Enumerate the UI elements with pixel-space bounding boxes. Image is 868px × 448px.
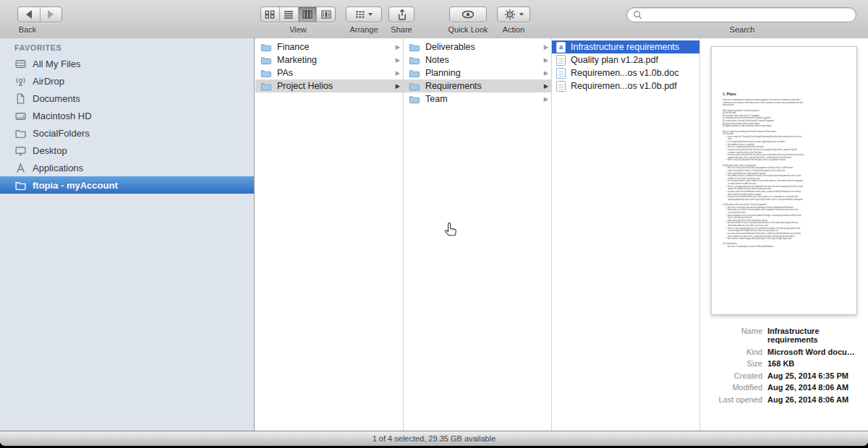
- arrange-icon: [355, 10, 365, 19]
- folder-item-planning[interactable]: Planning ▶: [404, 66, 551, 79]
- info-value: Microsoft Word docu…: [767, 348, 863, 356]
- folder-label: Notes: [425, 55, 449, 65]
- folder-item-notes[interactable]: Notes ▶: [404, 53, 551, 66]
- toolbar: Back View Arrange Share: [0, 0, 868, 39]
- chevron-right-icon: ▶: [544, 82, 548, 90]
- quick-look-button[interactable]: [449, 7, 487, 22]
- info-value: 168 KB: [767, 359, 863, 368]
- folder-icon: [260, 81, 272, 92]
- status-bar: 1 of 4 selected, 29.35 GB available: [0, 431, 868, 446]
- folder-icon: [408, 94, 420, 105]
- back-icon: [26, 10, 32, 19]
- folder-label: PAs: [277, 68, 293, 78]
- folder-item-marketing[interactable]: Marketing ▶: [255, 53, 403, 66]
- pdf-file-icon: [556, 81, 566, 92]
- documents-icon: [14, 92, 27, 105]
- doc-file-icon: [556, 68, 566, 79]
- file-item-infrastructure-requirements[interactable]: Infrastructure requirements: [552, 40, 699, 53]
- sidebar-item-label: Documents: [33, 93, 80, 104]
- info-label: Modified: [702, 383, 767, 392]
- view-list-button[interactable]: [279, 7, 298, 22]
- forward-icon: [48, 10, 54, 19]
- document-preview-thumbnail[interactable]: 1. Plans Plans are a combination of capa…: [711, 46, 857, 315]
- gear-icon: [504, 9, 516, 20]
- info-label: Created: [702, 371, 767, 380]
- sidebar-item-socialfolders[interactable]: SocialFolders: [0, 124, 254, 142]
- sidebar-item-label: Macintosh HD: [33, 111, 92, 121]
- chevron-right-icon: ▶: [544, 43, 548, 51]
- folder-label: Requirements: [425, 81, 482, 91]
- chevron-right-icon: ▶: [544, 69, 548, 77]
- chevron-right-icon: ▶: [396, 69, 400, 77]
- back-button[interactable]: [18, 7, 40, 22]
- folder-icon: [408, 81, 420, 92]
- sidebar-item-documents[interactable]: Documents: [0, 90, 254, 107]
- folder-item-requirements[interactable]: Requirements ▶: [404, 79, 551, 92]
- word-doc-icon: [556, 42, 566, 53]
- folder-icon: [260, 68, 272, 79]
- folder-item-project-helios[interactable]: Project Helios ▶: [255, 79, 403, 92]
- chevron-right-icon: ▶: [396, 43, 400, 51]
- folder-label: Project Helios: [277, 81, 333, 91]
- folder-item-pas[interactable]: PAs ▶: [255, 66, 403, 79]
- folder-icon: [260, 55, 272, 66]
- hard-drive-icon: [14, 110, 27, 122]
- view-coverflow-button[interactable]: [316, 7, 335, 22]
- sidebar-item-label: ftopia - myAccount: [33, 180, 118, 191]
- info-label: Name: [702, 327, 767, 344]
- chevron-down-icon: [368, 13, 373, 16]
- airdrop-icon: [14, 75, 27, 87]
- chevron-down-icon: [519, 13, 524, 16]
- preview-doc-heading: 1. Plans: [723, 92, 856, 96]
- search-field[interactable]: [626, 7, 856, 22]
- search-input[interactable]: [646, 9, 850, 21]
- sidebar-item-label: AirDrop: [33, 76, 64, 87]
- info-row-last-opened: Last opened Aug 26, 2014 8:06 AM: [702, 395, 864, 404]
- sidebar-item-label: SocialFolders: [33, 128, 90, 139]
- file-item-requirements-pdf[interactable]: Requiremen...os v1.0b.pdf: [552, 79, 699, 92]
- info-row-created: Created Aug 25, 2014 6:35 PM: [702, 371, 864, 380]
- info-label: Last opened: [702, 395, 767, 404]
- folder-item-deliverables[interactable]: Deliverables ▶: [404, 40, 551, 53]
- sidebar-item-airdrop[interactable]: AirDrop: [0, 72, 254, 90]
- columns-view-icon: [302, 10, 312, 19]
- column-1: Finance ▶ Marketing ▶ PAs ▶ Project Heli…: [255, 38, 404, 431]
- file-item-quality-plan-pdf[interactable]: Quality plan v1.2a.pdf: [552, 53, 699, 66]
- favorites-list: All My Files AirDrop Documents Macintosh…: [0, 55, 254, 194]
- sidebar-item-applications[interactable]: Applications: [0, 159, 254, 176]
- applications-icon: [14, 162, 27, 174]
- sidebar-item-label: All My Files: [33, 59, 80, 69]
- eye-icon: [461, 9, 475, 20]
- share-button[interactable]: [388, 7, 414, 22]
- folder-label: Marketing: [277, 55, 317, 65]
- column-3: Infrastructure requirements Quality plan…: [552, 38, 700, 431]
- pdf-file-icon: [556, 55, 566, 66]
- arrange-button[interactable]: [346, 7, 382, 22]
- info-value: Aug 26, 2014 8:06 AM: [767, 383, 863, 392]
- sidebar-item-macintosh-hd[interactable]: Macintosh HD: [0, 107, 254, 124]
- share-label: Share: [380, 25, 423, 34]
- info-row-modified: Modified Aug 26, 2014 8:06 AM: [702, 383, 864, 392]
- info-value: Aug 25, 2014 6:35 PM: [767, 371, 863, 380]
- action-button[interactable]: [497, 7, 530, 22]
- forward-button[interactable]: [40, 7, 62, 22]
- sidebar-item-desktop[interactable]: Desktop: [0, 142, 254, 159]
- sidebar-item-label: Desktop: [33, 145, 67, 156]
- file-label: Requiremen...os v1.0b.pdf: [571, 81, 677, 91]
- view-columns-button[interactable]: [298, 7, 317, 22]
- info-label: Kind: [702, 348, 767, 356]
- folder-item-finance[interactable]: Finance ▶: [255, 40, 403, 53]
- action-label: Action: [492, 25, 535, 34]
- all-my-files-icon: [14, 58, 27, 70]
- folder-item-team[interactable]: Team ▶: [404, 92, 551, 105]
- sidebar-item-all-my-files[interactable]: All My Files: [0, 55, 254, 72]
- back-forward-control: [17, 7, 62, 22]
- folder-icon: [260, 42, 272, 53]
- sidebar-item-ftopia-myaccount[interactable]: ftopia - myAccount: [0, 176, 254, 194]
- view-grid-button[interactable]: [261, 7, 279, 22]
- coverflow-view-icon: [321, 10, 331, 19]
- folder-label: Deliverables: [425, 42, 475, 52]
- file-item-requirements-doc[interactable]: Requiremen...os v1.0b.doc: [552, 66, 699, 79]
- column-browser: Finance ▶ Marketing ▶ PAs ▶ Project Heli…: [255, 38, 702, 431]
- info-label: Size: [702, 359, 767, 368]
